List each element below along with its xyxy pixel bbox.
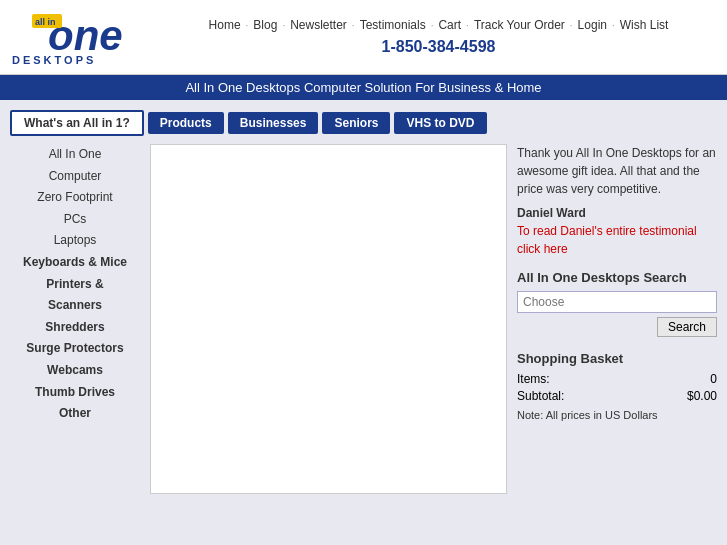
testimonial-link: To read Daniel's entire testimonial clic… [517, 222, 717, 258]
nav-blog[interactable]: Blog [253, 18, 277, 32]
sidebar-allinone[interactable]: All In OneComputer [10, 144, 140, 187]
basket-items-row: Items: 0 [517, 372, 717, 386]
basket-subtotal-label: Subtotal: [517, 389, 564, 403]
testimonial-name: Daniel Ward [517, 206, 717, 220]
sidebar-laptops[interactable]: Laptops [10, 230, 140, 252]
btn-seniors[interactable]: Seniors [322, 112, 390, 134]
basket-subtotal-value: $0.00 [687, 389, 717, 403]
logo-area: one all in DESKTOPS [10, 8, 140, 66]
svg-text:DESKTOPS: DESKTOPS [12, 54, 96, 66]
nav-track-order[interactable]: Track Your Order [474, 18, 565, 32]
nav-sep-7: · [612, 20, 615, 31]
search-btn-row: Search [517, 317, 717, 337]
basket-title: Shopping Basket [517, 351, 717, 366]
btn-products[interactable]: Products [148, 112, 224, 134]
nav-login[interactable]: Login [578, 18, 607, 32]
main-content: What's an All in 1? Products Businesses … [0, 100, 727, 504]
main-content-area [150, 144, 507, 494]
banner: All In One Desktops Computer Solution Fo… [0, 75, 727, 100]
phone-number: 1-850-384-4598 [382, 38, 496, 56]
nav-wishlist[interactable]: Wish List [620, 18, 669, 32]
nav-phone-area: Home · Blog · Newsletter · Testimonials … [140, 18, 717, 56]
logo: one all in DESKTOPS [10, 8, 140, 66]
basket-subtotal-row: Subtotal: $0.00 [517, 389, 717, 403]
nav-sep-5: · [466, 20, 469, 31]
sidebar-other[interactable]: Other [10, 403, 140, 425]
nav-testimonials[interactable]: Testimonials [360, 18, 426, 32]
sidebar-surge[interactable]: Surge Protectors [10, 338, 140, 360]
sidebar-keyboards[interactable]: Keyboards & Mice [10, 252, 140, 274]
content-row: All In OneComputer Zero FootprintPCs Lap… [10, 144, 717, 494]
basket-items-label: Items: [517, 372, 550, 386]
nav-cart[interactable]: Cart [438, 18, 461, 32]
sidebar-printers[interactable]: Printers &Scanners [10, 274, 140, 317]
sidebar-links: All In OneComputer Zero FootprintPCs Lap… [10, 144, 140, 425]
banner-text: All In One Desktops Computer Solution Fo… [185, 80, 541, 95]
sidebar: All In OneComputer Zero FootprintPCs Lap… [10, 144, 140, 494]
nav-sep-1: · [246, 20, 249, 31]
btn-whats-allin1[interactable]: What's an All in 1? [10, 110, 144, 136]
sidebar-zerofootprint[interactable]: Zero FootprintPCs [10, 187, 140, 230]
btn-businesses[interactable]: Businesses [228, 112, 319, 134]
search-title: All In One Desktops Search [517, 270, 717, 285]
sidebar-webcams[interactable]: Webcams [10, 360, 140, 382]
nav-sep-4: · [431, 20, 434, 31]
header: one all in DESKTOPS Home · Blog · Newsle… [0, 0, 727, 75]
testimonial-link-anchor[interactable]: To read Daniel's entire testimonial clic… [517, 224, 697, 256]
nav-sep-3: · [352, 20, 355, 31]
sidebar-thumbdrives[interactable]: Thumb Drives [10, 382, 140, 404]
svg-text:all in: all in [35, 17, 56, 27]
basket-note: Note: All prices in US Dollars [517, 409, 717, 421]
nav-links: Home · Blog · Newsletter · Testimonials … [209, 18, 669, 32]
nav-home[interactable]: Home [209, 18, 241, 32]
basket-section: Shopping Basket Items: 0 Subtotal: $0.00… [517, 351, 717, 421]
testimonial-text: Thank you All In One Desktops for an awe… [517, 144, 717, 198]
sidebar-shredders[interactable]: Shredders [10, 317, 140, 339]
nav-sep-6: · [570, 20, 573, 31]
top-nav: What's an All in 1? Products Businesses … [10, 110, 717, 136]
basket-items-value: 0 [710, 372, 717, 386]
search-input[interactable] [517, 291, 717, 313]
nav-sep-2: · [282, 20, 285, 31]
right-panel: Thank you All In One Desktops for an awe… [517, 144, 717, 494]
btn-vhs-dvd[interactable]: VHS to DVD [394, 112, 486, 134]
nav-newsletter[interactable]: Newsletter [290, 18, 347, 32]
search-button[interactable]: Search [657, 317, 717, 337]
search-section: All In One Desktops Search Search [517, 270, 717, 337]
